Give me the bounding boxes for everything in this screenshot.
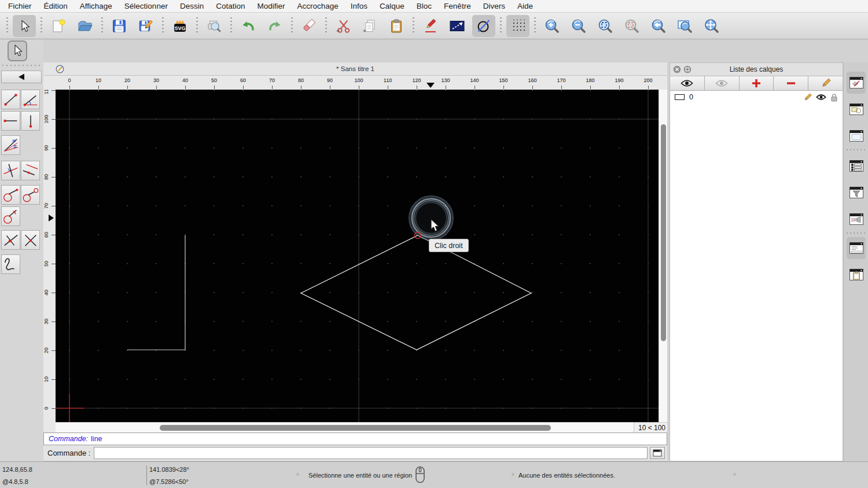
print-preview-button[interactable] <box>203 15 226 37</box>
svg-text:+: + <box>363 28 366 34</box>
zoom-window-icon <box>677 19 693 34</box>
menu-item[interactable]: Divers <box>483 2 505 10</box>
detach-command-button[interactable] <box>650 447 665 459</box>
open-folder-icon <box>77 19 93 33</box>
menu-item[interactable]: Cotation <box>216 2 245 10</box>
layer-row[interactable]: 0 <box>670 91 843 103</box>
hint-text: Sélectionne une entité ou une région <box>308 472 412 479</box>
line-angle-button[interactable] <box>21 90 40 109</box>
menu-item[interactable]: Fenêtre <box>444 2 471 10</box>
hide-all-layers-button[interactable] <box>705 76 740 91</box>
menu-item[interactable]: Calque <box>380 2 404 10</box>
window-command-icon <box>849 242 864 254</box>
float-panel-button[interactable] <box>683 65 692 73</box>
zoom-selected-button[interactable] <box>620 15 643 37</box>
line-bisector-button[interactable] <box>1 135 20 155</box>
window-library-icon <box>849 130 864 142</box>
menu-item[interactable]: Édition <box>44 2 68 10</box>
zoom-pan-button[interactable] <box>700 15 723 37</box>
collapse-tools-button[interactable] <box>1 71 42 83</box>
menu-item[interactable]: Aide <box>517 2 533 10</box>
draw-pen-button[interactable] <box>419 15 442 37</box>
vertical-scrollbar-thumb[interactable] <box>661 124 666 341</box>
menu-item[interactable]: Bloc <box>417 2 432 10</box>
zoom-in-button[interactable] <box>540 15 564 37</box>
zoom-window-button[interactable] <box>674 15 697 37</box>
save-as-button[interactable] <box>134 15 157 37</box>
dock-command-button[interactable] <box>847 237 866 259</box>
copy-button[interactable]: + <box>358 15 381 37</box>
command-input[interactable] <box>94 447 648 459</box>
pointer-icon <box>12 44 23 58</box>
edit-layer-button[interactable] <box>808 76 843 91</box>
horizontal-scrollbar[interactable] <box>56 422 634 432</box>
undo-button[interactable] <box>237 15 260 37</box>
line-orthogonal-circle-button[interactable] <box>1 206 20 226</box>
document-tab-title[interactable]: * Sans titre 1 <box>43 65 667 72</box>
select-pointer-button[interactable] <box>8 40 27 61</box>
dock-layers-button[interactable] <box>847 72 866 94</box>
freehand-button[interactable] <box>1 254 20 274</box>
menu-item[interactable]: Infos <box>351 2 367 10</box>
cursor-y-marker <box>49 215 54 221</box>
paste-button[interactable] <box>385 15 408 37</box>
command-prompt-label: Commande : <box>47 449 90 457</box>
ruler-corner <box>43 422 56 432</box>
dock-library-button[interactable] <box>847 125 866 147</box>
new-document-button[interactable] <box>47 15 70 37</box>
open-file-button[interactable] <box>73 15 97 37</box>
status-bar: 124.8,65.8 @4.8,5.8 141.0839<28° @7.5286… <box>0 461 868 488</box>
vertical-scrollbar[interactable] <box>659 90 667 422</box>
horizontal-scrollbar-thumb[interactable] <box>160 425 551 431</box>
circle-line-tool-button[interactable] <box>472 15 495 37</box>
grid-status: 10 < 100 <box>634 422 667 432</box>
menu-item[interactable]: Fichier <box>8 2 32 10</box>
left-tool-sidebar <box>0 39 43 461</box>
cross-button[interactable] <box>21 230 40 250</box>
close-panel-button[interactable] <box>673 65 681 73</box>
menu-item[interactable]: Affichage <box>80 2 112 10</box>
dock-clipboard-button[interactable] <box>847 264 866 286</box>
menu-item[interactable]: Modifier <box>257 2 285 10</box>
lock-icon[interactable] <box>830 93 838 102</box>
window-layers-icon <box>849 76 864 89</box>
dock-list-button[interactable] <box>847 155 866 177</box>
remove-layer-button[interactable] <box>774 76 808 91</box>
menu-item[interactable]: Sélectionner <box>124 2 168 10</box>
line-relative-angle-button[interactable] <box>1 230 20 250</box>
line-orthogonal-button[interactable] <box>1 161 20 180</box>
eye-icon[interactable] <box>816 94 826 101</box>
line-horizontal-button[interactable] <box>1 111 20 131</box>
dock-blocks-button[interactable] <box>847 98 866 120</box>
pointer-button[interactable] <box>13 15 36 37</box>
delete-button[interactable] <box>297 15 321 37</box>
svg-export-button[interactable]: SVG <box>168 15 192 37</box>
toolbar-separator <box>534 17 536 35</box>
line-tangent-point-button[interactable] <box>1 185 20 205</box>
show-all-layers-button[interactable] <box>670 76 705 91</box>
cut-button[interactable]: + <box>332 15 355 37</box>
line-tangent-point-icon <box>2 185 20 205</box>
grid-toggle-button[interactable] <box>506 15 529 37</box>
zoom-auto-button[interactable] <box>594 15 617 37</box>
redo-button[interactable] <box>263 15 286 37</box>
line-attributes-button[interactable] <box>446 15 469 37</box>
zoom-previous-button[interactable] <box>647 15 670 37</box>
dock-filter-button[interactable] <box>847 182 866 204</box>
menu-item[interactable]: Dessin <box>180 2 204 10</box>
menu-item[interactable]: Accrochage <box>297 2 338 10</box>
line-tangent-circles-button[interactable] <box>21 185 40 205</box>
pencil-icon[interactable] <box>803 93 812 102</box>
print-preview-icon <box>207 19 222 34</box>
drawing-canvas[interactable] <box>56 90 659 422</box>
line-two-points-button[interactable] <box>1 90 20 109</box>
line-parallel-button[interactable] <box>21 161 40 180</box>
zoom-out-button[interactable] <box>567 15 590 37</box>
origin-crosshair <box>56 394 84 422</box>
canvas-graphics <box>56 90 659 422</box>
line-parallel-icon <box>21 161 39 180</box>
save-button[interactable] <box>108 15 131 37</box>
add-layer-button[interactable] <box>740 76 774 91</box>
dock-insert-button[interactable] <box>847 208 866 230</box>
line-vertical-button[interactable] <box>21 111 40 131</box>
